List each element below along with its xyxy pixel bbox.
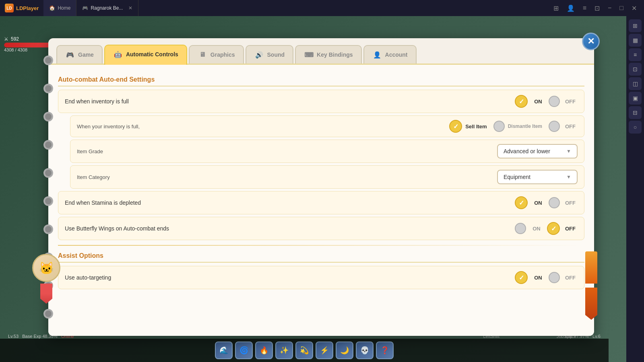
toolbar-btn-5[interactable]: ◫ — [629, 77, 642, 90]
home-tab-label: Home — [58, 5, 70, 11]
end-inventory-off-label: OFF — [563, 99, 578, 105]
orange-banner-top — [585, 251, 597, 284]
ragnarok-tab-close[interactable]: ✕ — [128, 5, 132, 11]
sell-dismantle-toggle: ✓ Sell Item Dismantle Item OFF — [449, 120, 578, 133]
toolbar-btn-6[interactable]: ▣ — [629, 92, 642, 105]
end-inventory-off-radio[interactable] — [549, 96, 560, 107]
toolbar-btn-1[interactable]: ⊞ — [629, 19, 642, 32]
titlebar-restore[interactable]: □ — [617, 4, 626, 12]
graphics-tab-label: Graphics — [211, 51, 235, 58]
auto-targeting-on-check[interactable]: ✓ — [515, 271, 528, 284]
skill-4[interactable]: ✨ — [275, 341, 293, 359]
sell-item-label: Sell Item — [465, 123, 487, 130]
tab-home[interactable]: 🏠 Home — [43, 0, 76, 16]
row-auto-targeting: Use auto-targeting ✓ ON OFF — [58, 266, 584, 289]
spiral-ring — [43, 224, 53, 234]
item-grade-label: Item Grade — [77, 148, 497, 154]
item-category-arrow-icon: ▼ — [566, 174, 571, 180]
titlebar-minimize[interactable]: − — [605, 4, 614, 12]
keybindings-tab-icon: ⌨ — [304, 50, 314, 60]
auto-targeting-on-label: ON — [531, 275, 545, 281]
automatic-tab-icon: 🤖 — [113, 49, 123, 59]
end-inventory-label: End when inventory is full — [65, 98, 515, 105]
game-tab-icon: 🎮 — [65, 50, 75, 60]
titlebar-icon-3[interactable]: ≡ — [580, 4, 589, 12]
item-grade-value: Advanced or lower — [504, 148, 550, 154]
butterfly-off-check[interactable]: ✓ — [547, 222, 560, 235]
skill-5[interactable]: 💫 — [295, 341, 313, 359]
spiral-ring — [43, 56, 53, 65]
end-stamina-off-radio[interactable] — [549, 197, 560, 208]
butterfly-wings-toggle: ON ✓ OFF — [515, 222, 578, 235]
titlebar-close[interactable]: ✕ — [629, 4, 639, 13]
titlebar-icon-2[interactable]: 👤 — [564, 4, 577, 13]
titlebar: LD LDPlayer 🏠 Home 🎮 Ragnarok Be... ✕ ⊞ … — [0, 0, 644, 16]
skill-6[interactable]: ⚡ — [316, 341, 333, 359]
settings-modal: 🐱 ✕ 🎮 Game 🤖 Automatic Controls 🖥 Graphi… — [48, 38, 594, 336]
modal-close-button[interactable]: ✕ — [582, 33, 600, 50]
toolbar-btn-8[interactable]: ○ — [629, 121, 642, 134]
skill-1[interactable]: 🌊 — [215, 341, 233, 359]
tab-graphics[interactable]: 🖥 Graphics — [189, 45, 244, 64]
skill-9[interactable]: ❓ — [376, 341, 394, 359]
tab-automatic-controls[interactable]: 🤖 Automatic Controls — [104, 45, 187, 65]
section-autocombat-header: Auto-combat Auto-end Settings — [58, 73, 584, 86]
tab-ragnarok[interactable]: 🎮 Ragnarok Be... ✕ — [76, 0, 138, 16]
item-category-value: Equipment — [504, 174, 530, 180]
char-tag-ribbon — [40, 284, 52, 304]
sound-tab-label: Sound — [267, 51, 285, 58]
home-tab-icon: 🏠 — [49, 5, 55, 11]
character-tag: 🐱 — [28, 254, 64, 304]
end-stamina-on-check[interactable]: ✓ — [515, 196, 528, 209]
auto-targeting-off-label: OFF — [563, 275, 578, 281]
row-item-grade: Item Grade Advanced or lower ▼ — [70, 140, 584, 163]
auto-targeting-off-radio[interactable] — [549, 272, 560, 283]
butterfly-wings-label: Use Butterfly Wings on Auto-combat ends — [65, 225, 515, 232]
item-category-dropdown[interactable]: Equipment ▼ — [497, 170, 578, 184]
ragnarok-tab-icon: 🎮 — [82, 5, 88, 11]
skill-3[interactable]: 🔥 — [255, 341, 273, 359]
toolbar-btn-2[interactable]: ▦ — [629, 34, 642, 47]
sell-off-radio[interactable] — [549, 121, 560, 132]
logo-icon: LD — [5, 4, 14, 12]
toolbar-btn-3[interactable]: ≡ — [629, 48, 642, 61]
game-area: ⚔ 592 4308 / 4308 🐱 — [0, 16, 626, 362]
butterfly-on-radio[interactable] — [515, 223, 526, 234]
ragnarok-tab-label: Ragnarok Be... — [91, 5, 123, 11]
bottom-skill-bar: Lv.53 Base Exp 48.35% Online 🌊 🌀 🔥 ✨ 💫 ⚡… — [0, 339, 609, 362]
toolbar-btn-4[interactable]: ⊡ — [629, 63, 642, 76]
tab-sound[interactable]: 🔊 Sound — [246, 45, 294, 64]
titlebar-icon-1[interactable]: ⊞ — [551, 4, 561, 13]
skill-7[interactable]: 🌙 — [336, 341, 353, 359]
automatic-tab-label: Automatic Controls — [126, 51, 178, 58]
tab-keybindings[interactable]: ⌨ Key Bindings — [295, 45, 361, 64]
row-item-category: Item Category Equipment ▼ — [70, 165, 584, 189]
end-stamina-label: End when Stamina is depleted — [65, 200, 515, 206]
row-butterfly-wings: Use Butterfly Wings on Auto-combat ends … — [58, 217, 584, 240]
section-divider — [58, 245, 584, 246]
item-grade-dropdown[interactable]: Advanced or lower ▼ — [497, 144, 578, 158]
tab-account[interactable]: 👤 Account — [363, 45, 417, 64]
char-tag-avatar: 🐱 — [32, 254, 60, 282]
row-end-stamina: End when Stamina is depleted ✓ ON OFF — [58, 191, 584, 214]
end-inventory-on-check[interactable]: ✓ — [515, 95, 528, 108]
sound-tab-icon: 🔊 — [254, 50, 264, 60]
keybindings-tab-label: Key Bindings — [317, 51, 353, 58]
auto-targeting-label: Use auto-targeting — [65, 274, 515, 281]
toolbar-btn-7[interactable]: ⊟ — [629, 106, 642, 119]
titlebar-icon-4[interactable]: ⊡ — [592, 4, 602, 13]
butterfly-off-label: OFF — [563, 226, 578, 232]
modal-tabs: 🎮 Game 🤖 Automatic Controls 🖥 Graphics 🔊… — [48, 38, 594, 65]
row-sell-dismantle: When your inventory is full, ✓ Sell Item… — [70, 115, 584, 137]
sell-dismantle-label: When your inventory is full, — [77, 123, 449, 130]
spiral-ring — [43, 84, 53, 93]
sell-item-check[interactable]: ✓ — [449, 120, 462, 133]
titlebar-controls: ⊞ 👤 ≡ ⊡ − □ ✕ — [551, 4, 644, 13]
dismantle-item-label: Dismantle Item — [508, 123, 542, 129]
dismantle-radio[interactable] — [493, 121, 505, 132]
skill-8[interactable]: 💀 — [356, 341, 374, 359]
tab-game[interactable]: 🎮 Game — [56, 45, 103, 64]
item-category-label: Item Category — [77, 174, 497, 180]
skill-2[interactable]: 🌀 — [235, 341, 253, 359]
end-stamina-toggle: ✓ ON OFF — [515, 196, 578, 209]
